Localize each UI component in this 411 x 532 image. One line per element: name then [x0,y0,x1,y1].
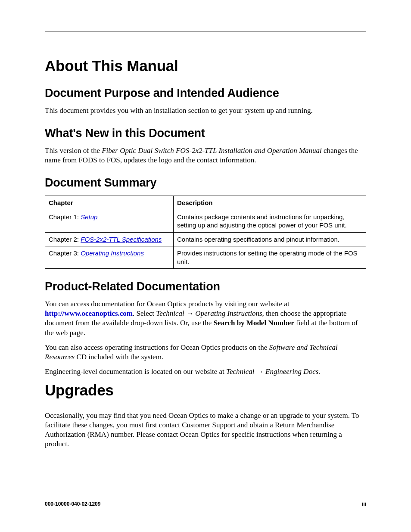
header-rule [45,31,366,31]
heading-whats-new: What's New in this Document [45,127,366,140]
paragraph-purpose: This document provides you with an insta… [45,106,366,115]
text-fragment: Chapter 2: [49,236,81,243]
text-fragment: You can access documentation for Ocean O… [45,300,290,308]
table-row: Chapter 2: FOS-2x2-TTL Specifications Co… [45,232,366,246]
nav-path-italic: Technical → Engineering Docs. [226,367,320,376]
cell-description: Contains operating specifications and pi… [174,232,366,246]
column-header-description: Description [174,196,366,210]
paragraph-whats-new: This version of the Fiber Optic Dual Swi… [45,146,366,165]
text-fragment: This version of the [45,146,102,155]
heading-product-related-documentation: Product-Related Documentation [45,280,366,293]
footer-document-number: 000-10000-040-02-1209 [45,501,100,507]
paragraph-related-3: Engineering-level documentation is locat… [45,367,366,376]
paragraph-upgrades: Occasionally, you may find that you need… [45,411,366,449]
manual-title-italic: Fiber Optic Dual Switch FOS-2x2-TTL Inst… [102,146,322,155]
text-fragment: Chapter 3: [49,249,81,257]
link-specifications[interactable]: FOS-2x2-TTL Specifications [81,236,162,243]
heading-upgrades: Upgrades [45,382,366,399]
heading-document-purpose: Document Purpose and Intended Audience [45,87,366,100]
page-footer: 000-10000-040-02-1209 iii [45,499,366,507]
text-fragment: CD included with the system. [75,353,163,361]
link-operating-instructions[interactable]: Operating Instructions [81,249,144,257]
heading-about-this-manual: About This Manual [45,57,366,75]
table-row: Chapter 3: Operating Instructions Provid… [45,246,366,269]
cell-description: Contains package contents and instructio… [174,210,366,232]
cell-chapter: Chapter 2: FOS-2x2-TTL Specifications [45,232,174,246]
column-header-chapter: Chapter [45,196,174,210]
text-fragment: . Select [133,309,156,317]
cell-description: Provides instructions for setting the op… [174,246,366,269]
footer-page-number: iii [362,501,366,507]
table-row: Chapter 1: Setup Contains package conten… [45,210,366,232]
nav-path-italic: Technical → Operating Instructions [156,309,262,317]
table-header-row: Chapter Description [45,196,366,210]
cell-chapter: Chapter 1: Setup [45,210,174,232]
text-fragment: You can also access operating instructio… [45,343,269,352]
paragraph-related-1: You can access documentation for Ocean O… [45,299,366,337]
text-fragment: Chapter 1: [49,213,81,221]
search-field-name-bold: Search by Model Number [214,319,294,327]
paragraph-related-2: You can also access operating instructio… [45,343,366,362]
document-summary-table: Chapter Description Chapter 1: Setup Con… [45,196,366,269]
link-setup[interactable]: Setup [81,213,97,221]
cell-chapter: Chapter 3: Operating Instructions [45,246,174,269]
heading-document-summary: Document Summary [45,176,366,190]
text-fragment: Engineering-level documentation is locat… [45,367,226,376]
document-page: About This Manual Document Purpose and I… [0,0,411,532]
link-oceanoptics-website[interactable]: http://www.oceanoptics.com [45,309,133,317]
